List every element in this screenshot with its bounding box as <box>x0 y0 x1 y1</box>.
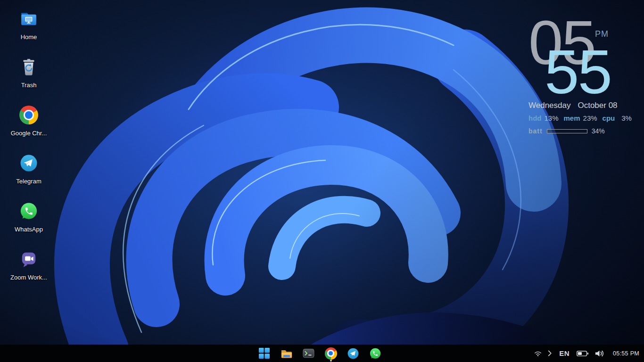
desktop-icon-label: Home <box>21 33 37 41</box>
battery-icon <box>577 350 589 357</box>
desktop-icon-telegram[interactable]: Telegram <box>7 148 51 196</box>
desktop-icon-label: Google Chr... <box>11 130 47 137</box>
running-indicator-dot <box>330 360 332 362</box>
folder-icon <box>281 348 293 359</box>
taskbar: EN 05:55 PM <box>0 345 644 362</box>
battery-tray-button[interactable] <box>577 350 589 357</box>
whatsapp-taskbar-button[interactable] <box>369 347 381 360</box>
chevron-right-icon <box>548 350 552 357</box>
desktop-icon-label: Telegram <box>16 178 41 185</box>
telegram-icon <box>19 154 38 173</box>
telegram-taskbar-button[interactable] <box>347 347 359 360</box>
desktop-icon-zoom[interactable]: Zoom Work... <box>7 244 51 292</box>
volume-button[interactable] <box>594 349 605 358</box>
desktop-icon-trash[interactable]: Trash <box>7 52 51 100</box>
file-manager-button[interactable] <box>280 347 293 360</box>
whatsapp-icon <box>369 347 381 360</box>
taskbar-clock[interactable]: 05:55 PM <box>611 350 641 357</box>
chrome-taskbar-button[interactable] <box>324 347 337 360</box>
zoom-icon <box>19 250 38 269</box>
desktop-icon-whatsapp[interactable]: WhatsApp <box>7 196 51 244</box>
desktop-icon-chrome[interactable]: Google Chr... <box>7 100 51 148</box>
system-tray: EN 05:55 PM <box>534 345 641 362</box>
home-folder-icon <box>19 9 38 28</box>
desktop-icon-label: Zoom Work... <box>10 274 47 281</box>
desktop-icon-home[interactable]: Home <box>7 4 51 52</box>
volume-icon <box>594 349 605 358</box>
chrome-icon <box>19 106 38 124</box>
start-button[interactable] <box>258 347 271 360</box>
taskbar-app-icons <box>258 345 381 362</box>
chrome-icon <box>325 347 337 360</box>
terminal-icon <box>303 347 314 359</box>
telegram-icon <box>347 347 359 360</box>
tray-expand-button[interactable] <box>548 350 552 357</box>
terminal-button[interactable] <box>302 347 315 360</box>
desktop-icon-label: Trash <box>21 82 37 89</box>
windows-logo-icon <box>258 347 270 359</box>
wifi-icon <box>534 350 542 357</box>
wifi-button[interactable] <box>534 350 542 357</box>
trash-icon <box>19 58 38 76</box>
whatsapp-icon <box>19 202 38 221</box>
desktop-icon-grid: Home Trash Google Chr... <box>7 4 51 292</box>
wallpaper <box>0 0 644 362</box>
language-indicator[interactable]: EN <box>558 349 571 357</box>
desktop-icon-label: WhatsApp <box>15 226 43 233</box>
